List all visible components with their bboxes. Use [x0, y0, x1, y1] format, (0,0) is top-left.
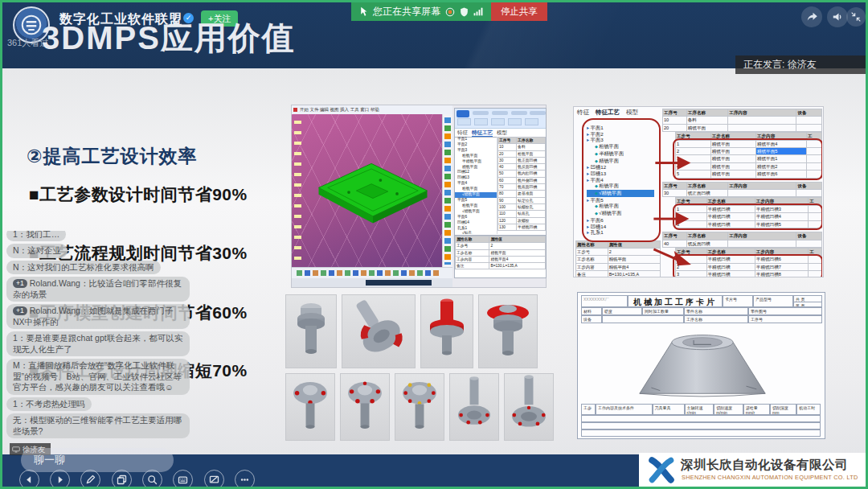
cad-model-tree-strip	[294, 121, 301, 261]
part-thumbnail	[285, 373, 335, 441]
chat-message: +1Roland.Wang：如图就是集成在西门子NX中操作的	[6, 304, 190, 329]
card-title: 机械加工工序卡片	[628, 295, 723, 307]
operation-group: 工序号工序名称工序内容设备40铣反面凹槽 工步号工步名称工步内容工1半精铣凹槽半…	[662, 232, 822, 277]
follow-button[interactable]: +关注	[201, 10, 238, 27]
cad-process-panel: 特征 特征工艺 模型 平面1平面2平面3粗铣平面半精铣平面精铣平面凹槽12凹槽1…	[454, 108, 547, 278]
factory-name: XXXXXXXX厂	[581, 295, 628, 307]
chat-message: N：这对我们的工艺标准化要求很高啊	[6, 261, 161, 275]
chat-message: 1：不考虑热处理吗	[6, 397, 92, 412]
tab-feature-process: 特征工艺	[596, 109, 620, 117]
channel-logo	[13, 6, 50, 43]
part-thumbnail	[285, 294, 337, 368]
chat-input[interactable]: 聊一聊	[21, 448, 174, 472]
chat-message: 1：我们工…	[6, 231, 66, 241]
live-chat-overlay: M** 来了 MW**：接入ChatGPT M：直播回放稍后会放在数字化工业软件…	[6, 231, 196, 438]
batch-label: 同时加工数量	[642, 307, 684, 315]
company-logo-icon	[647, 455, 676, 484]
operation-tables: 工序号工序名称工序内容设备10备料20精铣平面 工步号工步名称工步内容工1精铣平…	[662, 109, 822, 277]
verified-badge-icon: ✓	[183, 13, 194, 23]
op-name-label: 工序名称	[684, 315, 748, 323]
card-columns: 工步 工作内容及技术条件 刀具量具 主轴转速 r/min 切削速度 m/min …	[581, 404, 821, 415]
card-row	[581, 415, 821, 422]
stream-slide-title: 3DMPS应用价值	[42, 16, 296, 60]
col-label: 主轴转速 r/min	[685, 404, 714, 415]
stop-share-button[interactable]: 停止共享	[491, 2, 547, 21]
card-row	[581, 429, 821, 437]
company-name-cn: 深圳长欣自动化设备有限公司	[681, 457, 848, 474]
record-icon	[445, 7, 455, 17]
chat-message: 无：模型驱动的三维智能零件工艺主要适用哪些场景?	[6, 413, 190, 438]
speaking-indicator: 正在发言: 徐济友	[735, 55, 868, 74]
slides-button[interactable]	[112, 470, 132, 489]
step-properties-table: 属性名称属性值工步号2工步名称精铣平面工步内容精铣平面4备注B=130,L=13…	[575, 240, 661, 277]
signal-icon	[473, 7, 483, 16]
cad-3d-viewport	[292, 114, 443, 268]
chat-message: M：直播回放稍后会放在“数字化工业软件联盟”的视频号、B站、官网、工业软件云社区…	[6, 359, 190, 395]
monitor-icon	[12, 446, 20, 453]
slide-heading: ②提高工艺设计效率	[27, 144, 197, 169]
pages-label: 共 页	[793, 295, 822, 302]
page-label: 第 页	[793, 302, 822, 307]
chat-message: +1Roland.Wang：比较适合咱们零部件很复杂的场景	[6, 277, 190, 302]
cad-properties-table: 属性名称属性值工步号2工步名称精铣平面工步内容精铣平面4备注B=130,L=13…	[455, 235, 546, 277]
cad-feature-tree: 平面1平面2平面3粗铣平面半精铣平面精铣平面凹槽12凹槽13平面4粗铣平面√精铣…	[455, 137, 497, 234]
cursor-icon	[359, 6, 368, 17]
col-label: 切削速度 m/min	[714, 404, 743, 415]
col-label: 机动工时	[796, 404, 821, 415]
operation-group: 工序号工序名称工序内容设备30铣正面凹槽 工步号工步名称工步内容工1半精铣凹槽半…	[662, 182, 822, 228]
part-thumbnail	[395, 373, 444, 441]
tab-feature: 特征	[577, 109, 589, 117]
equipment-label: 设备	[581, 315, 602, 323]
operation-group: 工序号工序名称工序内容设备10备料20精铣平面 工步号工步名称工步内容工1精铣平…	[662, 109, 822, 179]
cad-status-bar	[292, 278, 452, 287]
process-panel-tabs: 特征 特征工艺 模型	[577, 109, 638, 117]
green-part-model	[313, 148, 433, 224]
cad-app-logo	[457, 110, 469, 117]
viewer-count: 361人看过	[7, 37, 48, 49]
part-thumbnail	[342, 294, 416, 368]
prev-slide-button[interactable]	[19, 470, 39, 489]
col-label: 进给量 mm/r	[743, 404, 770, 415]
col-label: 工步	[581, 404, 596, 415]
whiteboard-button[interactable]	[173, 470, 193, 489]
screen-off-button[interactable]	[204, 470, 224, 489]
next-slide-button[interactable]	[50, 470, 70, 489]
op-no-label: 工序号	[748, 315, 822, 323]
more-button[interactable]	[235, 470, 255, 489]
part-3d-preview	[622, 323, 783, 404]
company-footer: 深圳长欣自动化设备有限公司 SHENZHEN CHANGXIN AUTOMATI…	[639, 453, 866, 487]
share-button[interactable]	[801, 6, 822, 27]
cad-operation-table: 工序号工序名称10备料20粗铣平面30铣正面凹槽40铣反面凹槽50铣内腔凹槽60…	[497, 137, 546, 234]
feature-tree: 平面1平面2平面3粗铣平面半精铣平面精铣平面凹槽12凹槽13平面4粗铣平面√精铣…	[587, 125, 654, 236]
channel-name: 数字化工业软件联盟	[59, 11, 182, 28]
process-mapping-screenshot: 特征 特征工艺 模型 平面1平面2平面3粗铣平面半精铣平面精铣平面凹槽12凹槽1…	[573, 106, 824, 277]
col-label: 刀具量具	[653, 404, 685, 415]
annotate-button[interactable]	[80, 470, 100, 489]
volume-button[interactable]	[827, 6, 848, 27]
col-label: 切削深度 mm	[770, 404, 796, 415]
card-no-label: 卡片号	[723, 295, 753, 307]
company-name-en: SHENZHEN CHANGXIN AUTOMATION EQUIPMENT C…	[682, 474, 858, 481]
cad-progress	[366, 280, 432, 286]
part-no-label: 零件图号	[748, 307, 822, 315]
material-label: 材料	[581, 307, 602, 315]
exit-fullscreen-button[interactable]	[846, 7, 866, 27]
cad-ribbon	[455, 109, 546, 129]
part-name-label: 零件名称	[684, 307, 748, 315]
machining-process-card: XXXXXXXX厂 机械加工工序卡片 卡片号 产品型号 共 页 第 页 材料 硬…	[577, 292, 825, 439]
cad-vertical-toolbar	[442, 114, 452, 268]
part-thumbnail	[504, 373, 554, 441]
webinar-window: ②提高工艺设计效率 ■工艺参数设计时间节省90% ■工艺流程规划时间节省30% …	[0, 0, 868, 489]
share-status-text: 您正在共享屏幕	[373, 5, 440, 18]
part-thumbnail	[478, 294, 538, 368]
part-thumbnail	[340, 373, 390, 441]
blank-cell	[602, 315, 684, 323]
screen-share-bar: 您正在共享屏幕 停止共享	[351, 2, 547, 21]
cad-menu-bar: 开始 文件 编辑 视图 插入 工具 窗口 帮助	[292, 105, 452, 114]
tab-model: 模型	[626, 109, 638, 117]
magnifier-button[interactable]	[142, 470, 162, 489]
part-thumbnail	[420, 294, 473, 368]
tab-model: 模型	[497, 128, 507, 137]
chat-message: N：这对企业	[6, 244, 68, 258]
col-label: 工作内容及技术条件	[596, 404, 653, 415]
